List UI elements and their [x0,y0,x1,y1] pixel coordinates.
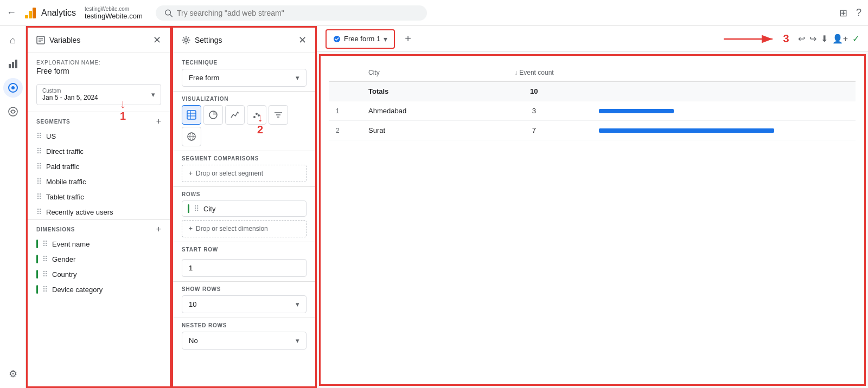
tab-free-form-1[interactable]: Free form 1 ▾ [326,29,395,49]
nav-settings[interactable]: ⚙ [3,364,23,384]
date-selector[interactable]: Custom Jan 5 - Jan 5, 2024 ▾ [36,84,161,105]
add-segment-button[interactable]: + [156,117,161,126]
date-selector-content: Custom Jan 5 - Jan 5, 2024 [42,88,98,101]
segment-recently-active[interactable]: ⠿ Recently active users [28,204,170,219]
totals-label-cell: Totals [362,81,476,101]
tabs-right: 3 ↩ ↪ ⬇ 👤+ ✓ [783,33,859,45]
share-button[interactable]: 👤+ [832,34,848,44]
reports-icon [8,59,18,69]
viz-scatter-button[interactable] [247,105,266,125]
drag-icon: ⠿ [36,162,42,171]
technique-section: TECHNIQUE Free form ▾ [173,53,315,91]
totals-rank-cell [329,81,362,101]
date-chevron-icon: ▾ [151,90,155,99]
variables-close-button[interactable]: ✕ [153,34,161,46]
segment-comparisons-section: SEGMENT COMPARISONS + Drop or select seg… [173,151,315,186]
main-layout: ⌂ ⚙ [0,26,868,388]
dimension-device-category[interactable]: ⠿ Device category [28,282,170,297]
row1-bar-cell [592,101,856,121]
segment-tablet-traffic[interactable]: ⠿ Tablet traffic [28,189,170,204]
apps-icon[interactable]: ⊞ [839,7,847,19]
variables-title: Variables [36,36,80,44]
nav-advertising[interactable] [3,102,23,121]
check-button[interactable]: ✓ [852,34,859,44]
dimension-gender[interactable]: ⠿ Gender [28,251,170,267]
viz-table-button[interactable] [182,105,201,125]
row1-city: Ahmedabad [362,101,476,121]
back-button[interactable]: ← [7,7,16,18]
exploration-value: Free form [36,67,161,75]
download-button[interactable]: ⬇ [821,34,828,44]
technique-chevron-icon: ▾ [296,74,299,82]
variables-panel: Variables ✕ EXPLORATION NAME: Free form … [26,26,171,388]
svg-rect-7 [15,60,17,68]
search-bar[interactable] [156,5,427,21]
table-row[interactable]: 2 Surat 7 [329,121,856,140]
show-rows-chevron-icon: ▾ [296,300,299,308]
dimensions-list: ⠿ Event name ⠿ Gender ⠿ Country ⠿ Device… [28,236,170,297]
segment-mobile-traffic[interactable]: ⠿ Mobile traffic [28,174,170,189]
settings-header: Settings ✕ [173,28,315,53]
nested-rows-select[interactable]: No ▾ [182,332,307,350]
drop-segment-zone[interactable]: + Drop or select segment [182,165,307,182]
help-icon[interactable]: ? [856,7,861,18]
nav-reports[interactable] [3,54,23,74]
svg-rect-16 [187,111,196,119]
row1-rank: 1 [329,101,362,121]
viz-pie-button[interactable] [203,105,223,125]
variables-header: Variables ✕ [28,28,170,53]
start-row-input[interactable] [182,259,307,277]
dimension-bar [36,255,38,263]
add-tab-button[interactable]: + [399,30,417,48]
svg-point-21 [253,116,256,118]
segment-us[interactable]: ⠿ US [28,128,170,144]
start-row-label: START ROW [182,247,307,253]
drag-icon: ⠿ [36,147,42,156]
svg-rect-0 [25,15,28,18]
table-row[interactable]: 1 Ahmedabad 3 [329,101,856,121]
date-range: Jan 5 - Jan 5, 2024 [42,94,98,101]
globe-viz-icon [187,132,196,141]
drag-icon: ⠿ [42,285,48,294]
dimension-bar [36,240,38,248]
segments-section-header: SEGMENTS + [28,112,170,128]
tab-label: Free form 1 [344,35,380,43]
technique-select[interactable]: Free form ▾ [182,69,307,87]
main-content: Free form 1 ▾ + 3 ↩ [317,26,868,388]
undo-button[interactable]: ↩ [798,34,805,44]
segment-comp-label: SEGMENT COMPARISONS [182,156,307,161]
drop-dimension-zone[interactable]: + Drop or select dimension [182,220,307,237]
col-bar-header [592,64,856,81]
viz-filter-button[interactable] [269,105,288,125]
table-area: City ↓ Event count Totals 10 1 Ahmedaba [319,54,866,386]
settings-icon [182,36,190,44]
search-icon [164,9,173,17]
viz-icons-row [182,105,307,146]
dimension-event-name[interactable]: ⠿ Event name [28,236,170,251]
nav-explore[interactable] [3,78,23,98]
variables-icon [36,36,45,44]
svg-point-23 [258,114,260,117]
redo-button[interactable]: ↪ [809,34,816,44]
settings-close-button[interactable]: ✕ [298,34,307,46]
segment-paid-traffic[interactable]: ⠿ Paid traffic [28,159,170,174]
row-item-bar [188,204,189,213]
row-city-item[interactable]: ⠿ City [182,201,307,217]
dimension-country[interactable]: ⠿ Country [28,267,170,282]
drag-icon: ⠿ [42,270,48,279]
filter-viz-icon [273,110,283,120]
nested-rows-chevron-icon: ▾ [296,337,299,345]
segment-direct-traffic[interactable]: ⠿ Direct traffic [28,144,170,159]
nav-home[interactable]: ⌂ [3,30,23,50]
svg-rect-1 [29,11,32,18]
show-rows-label: SHOW ROWS [182,286,307,292]
viz-line-button[interactable] [225,105,245,125]
tab-dropdown-icon[interactable]: ▾ [384,35,387,43]
topbar-right: ⊞ ? [839,7,861,19]
add-dimension-button[interactable]: + [156,224,161,234]
col-rank-header [329,64,362,81]
search-input[interactable] [177,9,418,17]
show-rows-select[interactable]: 10 ▾ [182,295,307,313]
viz-globe-button[interactable] [182,127,201,146]
variables-panel-title: Variables [49,36,80,44]
